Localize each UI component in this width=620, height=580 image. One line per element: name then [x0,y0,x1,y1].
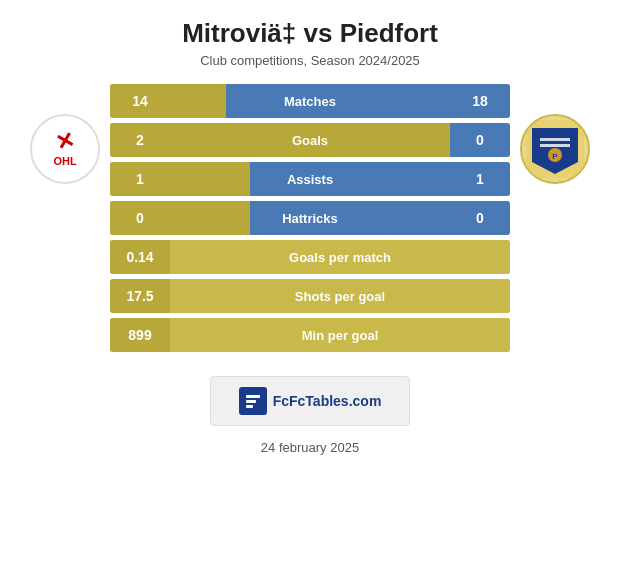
stat-shots_per_goal-label: Shots per goal [170,279,510,313]
stat-row-shots_per_goal: 17.5Shots per goal [110,279,510,313]
stat-row-goals: 2Goals0 [110,123,510,157]
svg-text:P: P [552,152,558,161]
ohl-cross-icon: ✕ [53,129,76,155]
stat-goals-left-value: 2 [110,123,170,157]
logo-right-container: P [510,84,600,184]
logo-right: P [520,114,590,184]
stat-hattricks-left-value: 0 [110,201,170,235]
fctables-icon [239,387,267,415]
ohl-text: OHL [53,155,76,167]
logo-left: ✕ OHL [30,114,100,184]
stat-row-matches: 14Matches18 [110,84,510,118]
stat-goals_per_match-left-value: 0.14 [110,240,170,274]
main-content: ✕ OHL 14Matches182Goals01Assists10Hattri… [0,74,620,362]
header: Mitroviä‡ vs Piedfort Club competitions,… [172,0,448,74]
stats-area: 14Matches182Goals01Assists10Hattricks00.… [110,84,510,352]
fctables-banner[interactable]: FcFcTables.com [210,376,410,426]
stat-row-hattricks: 0Hattricks0 [110,201,510,235]
logo-left-container: ✕ OHL [20,84,110,184]
stat-assists-label: Assists [170,162,450,196]
stat-hattricks-right-value: 0 [450,201,510,235]
stat-row-assists: 1Assists1 [110,162,510,196]
stat-shots_per_goal-left-value: 17.5 [110,279,170,313]
svg-rect-2 [540,138,570,141]
stat-goals-right-value: 0 [450,123,510,157]
svg-rect-3 [540,144,570,147]
stat-assists-right-value: 1 [450,162,510,196]
stat-min_per_goal-label: Min per goal [170,318,510,352]
stat-row-goals_per_match: 0.14Goals per match [110,240,510,274]
stat-matches-label: Matches [170,84,450,118]
stat-matches-right-value: 18 [450,84,510,118]
fctables-bar-chart-icon [246,395,260,408]
fctables-label: FcFcTables.com [273,393,382,409]
page-title: Mitroviä‡ vs Piedfort [182,18,438,49]
piedfort-logo-icon: P [526,120,584,178]
subtitle: Club competitions, Season 2024/2025 [182,53,438,68]
stat-row-min_per_goal: 899Min per goal [110,318,510,352]
footer-date: 24 february 2025 [261,434,359,469]
stat-hattricks-label: Hattricks [170,201,450,235]
stat-matches-left-value: 14 [110,84,170,118]
stat-min_per_goal-left-value: 899 [110,318,170,352]
stat-goals-label: Goals [170,123,450,157]
stat-assists-left-value: 1 [110,162,170,196]
stat-goals_per_match-label: Goals per match [170,240,510,274]
